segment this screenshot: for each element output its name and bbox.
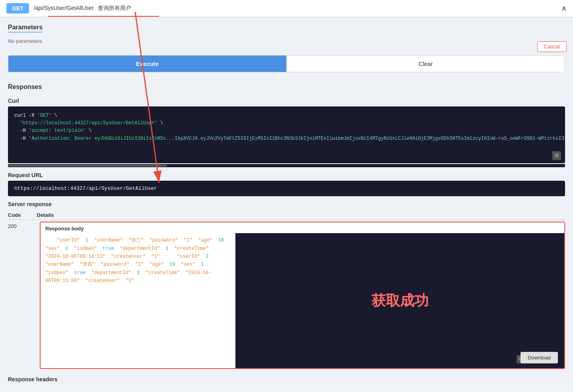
server-response-title: Server response — [8, 201, 565, 207]
download-button[interactable]: Download — [521, 352, 558, 363]
server-response-section: Server response Code Details 200 Respons… — [8, 201, 565, 369]
curl-scrollbar[interactable] — [8, 164, 565, 167]
curl-code-block: curl -X 'GET' \ 'https://localhost:44327… — [8, 106, 565, 163]
response-right-panel: 获取成功 ⧉ Download — [235, 233, 564, 368]
request-url-block: https://localhost:44327/api/SysUser/GetA… — [8, 181, 565, 196]
response-code: 200 — [8, 222, 40, 369]
parameters-section: Parameters No parameters — [8, 17, 565, 50]
request-url-title: Request URL — [8, 172, 565, 178]
curl-scrollbar-thumb — [8, 164, 167, 167]
curl-section: Curl curl -X 'GET' \ 'https://localhost:… — [8, 98, 565, 167]
no-params-text: No parameters — [8, 35, 565, 47]
responses-section: Responses — [8, 80, 565, 98]
response-details: Response body [ { "userId": 1, "userName… — [40, 222, 565, 369]
response-table-header: Code Details — [8, 210, 565, 220]
request-url-value: https://localhost:44327/api/SysUser/GetA… — [14, 185, 157, 191]
success-text: 获取成功 — [371, 291, 429, 311]
underline-bar — [48, 16, 159, 17]
endpoint-desc: 查询所有用户 — [98, 5, 131, 11]
method-badge: GET — [6, 3, 29, 14]
responses-title: Responses — [8, 83, 565, 91]
clear-button[interactable]: Clear — [286, 56, 565, 72]
response-headers-title: Response headers — [8, 376, 565, 382]
parameters-title: Parameters — [8, 24, 43, 33]
response-body-wrapper: Response body [ { "userId": 1, "userName… — [40, 222, 565, 369]
response-headers-section: Response headers — [8, 372, 565, 384]
response-body-label: Response body — [41, 222, 564, 233]
copy-curl-icon[interactable]: ⧉ — [552, 151, 561, 160]
cancel-button[interactable]: Cancel — [537, 41, 567, 52]
curl-title: Curl — [8, 98, 565, 104]
main-content: Parameters No parameters Execute Clear R… — [0, 17, 573, 384]
execute-button[interactable]: Execute — [8, 56, 286, 72]
endpoint-text: /api/SysUser/GetAllUser 查询所有用户 — [34, 5, 131, 12]
response-json-area: [ { "userId": 1, "userName": "张三", "pass… — [41, 233, 564, 368]
request-url-section: Request URL https://localhost:44327/api/… — [8, 172, 565, 196]
close-button[interactable]: ∧ — [561, 4, 567, 13]
top-bar: GET /api/SysUser/GetAllUser 查询所有用户 ∧ — [0, 0, 573, 17]
response-row: 200 Response body [ { "userId": 1, "user… — [8, 222, 565, 369]
action-buttons: Execute Clear — [8, 55, 565, 72]
response-json-content: [ { "userId": 1, "userName": "张三", "pass… — [41, 233, 235, 368]
endpoint-url: /api/SysUser/GetAllUser — [34, 5, 94, 11]
details-col-header: Details — [37, 212, 54, 218]
code-col-header: Code — [8, 212, 21, 218]
